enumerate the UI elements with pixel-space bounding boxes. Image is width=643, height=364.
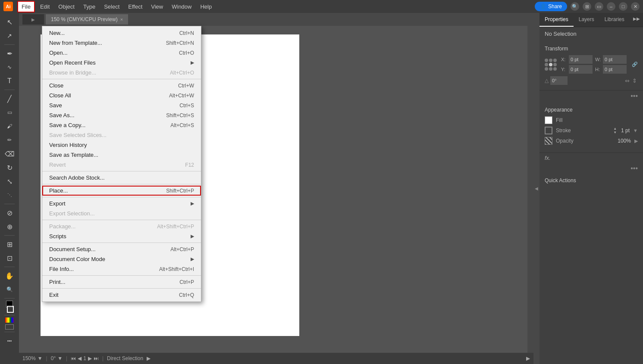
menu-item-version-history[interactable]: Version History [42, 140, 201, 150]
file-dropdown-menu: New...Ctrl+NNew from Template...Shift+Ct… [42, 26, 201, 302]
menu-separator-after-scripts [42, 243, 201, 243]
menu-file[interactable]: File [17, 1, 35, 12]
grid-view-icon[interactable]: ⊞ [583, 2, 591, 11]
app-logo: Ai [3, 2, 13, 11]
share-icon: 👤 [540, 3, 546, 9]
menu-item-package: Package...Alt+Shift+Ctrl+P [42, 221, 201, 231]
single-view-icon[interactable]: ▭ [595, 2, 603, 11]
menu-item-document-color-mode[interactable]: Document Color Mode▶ [42, 254, 201, 264]
menu-item-label-browse-bridge: Browse in Bridge... [49, 69, 161, 76]
menu-item-browse-bridge: Browse in Bridge...Alt+Ctrl+O [42, 68, 201, 78]
menu-item-shortcut-print: Ctrl+P [179, 279, 194, 285]
menu-item-label-save-a-copy: Save a Copy... [49, 122, 162, 128]
menu-item-shortcut-file-info: Alt+Shift+Ctrl+I [159, 266, 194, 272]
dropdown-overlay[interactable]: New...Ctrl+NNew from Template...Shift+Ct… [0, 13, 643, 364]
menu-item-label-file-info: File Info... [49, 266, 151, 272]
menu-item-save[interactable]: SaveCtrl+S [42, 100, 201, 110]
menu-item-shortcut-save: Ctrl+S [179, 103, 194, 109]
menu-effect[interactable]: Effect [125, 2, 146, 12]
menu-item-shortcut-package: Alt+Shift+Ctrl+P [157, 224, 194, 230]
menu-separator-after-browse-bridge [42, 79, 201, 79]
menu-item-label-document-color-mode: Document Color Mode [49, 256, 191, 262]
menu-item-close[interactable]: CloseCtrl+W [42, 81, 201, 90]
menu-item-label-revert: Revert [49, 162, 176, 168]
menu-item-label-save: Save [49, 102, 171, 109]
minimize-icon[interactable]: – [607, 2, 615, 11]
menu-item-export-selection: Export Selection... [42, 208, 201, 218]
menu-separator-after-file-info [42, 275, 201, 276]
menu-item-save-as-template[interactable]: Save as Template... [42, 150, 201, 160]
menu-item-shortcut-save-as: Shift+Ctrl+S [166, 112, 194, 118]
menu-item-arrow-scripts: ▶ [191, 233, 194, 239]
menu-item-close-all[interactable]: Close AllAlt+Ctrl+W [42, 90, 201, 100]
menu-item-shortcut-browse-bridge: Alt+Ctrl+O [170, 70, 194, 76]
menu-separator-after-print [42, 288, 201, 289]
menu-item-label-package: Package... [49, 223, 148, 230]
menu-separator-after-search-adobe-stock [42, 184, 201, 184]
menu-item-label-open-recent: Open Recent Files [49, 59, 191, 66]
menu-item-label-close: Close [49, 82, 169, 89]
menu-item-label-search-adobe-stock: Search Adobe Stock... [49, 174, 194, 181]
menu-item-label-save-as: Save As... [49, 112, 157, 118]
menu-item-place[interactable]: Place...Shift+Ctrl+P [42, 186, 201, 196]
menu-item-shortcut-close: Ctrl+W [178, 83, 194, 89]
menu-item-label-scripts: Scripts [49, 233, 191, 240]
menu-object[interactable]: Object [55, 2, 78, 12]
menu-item-save-as[interactable]: Save As...Shift+Ctrl+S [42, 110, 201, 120]
menu-item-shortcut-close-all: Alt+Ctrl+W [169, 93, 194, 99]
menu-item-search-adobe-stock[interactable]: Search Adobe Stock... [42, 173, 201, 183]
menu-item-exit[interactable]: ExitCtrl+Q [42, 290, 201, 300]
menu-item-export[interactable]: Export▶ [42, 199, 201, 208]
menu-item-shortcut-revert: F12 [185, 162, 194, 168]
menu-item-save-selected-slices: Save Selected Slices... [42, 130, 201, 140]
menu-item-label-save-as-template: Save as Template... [49, 152, 194, 158]
menu-bar: Ai File Edit Object Type Select Effect V… [0, 0, 643, 13]
menu-item-file-info[interactable]: File Info...Alt+Shift+Ctrl+I [42, 264, 201, 274]
menu-item-document-setup[interactable]: Document Setup...Alt+Ctrl+P [42, 244, 201, 254]
menu-item-save-a-copy[interactable]: Save a Copy...Alt+Ctrl+S [42, 120, 201, 130]
menu-item-shortcut-place: Shift+Ctrl+P [166, 188, 194, 194]
menu-separator-after-revert [42, 171, 201, 171]
menu-item-open-recent[interactable]: Open Recent Files▶ [42, 58, 201, 68]
menu-item-new-from-template[interactable]: New from Template...Shift+Ctrl+N [42, 38, 201, 48]
menu-item-scripts[interactable]: Scripts▶ [42, 231, 201, 241]
share-button[interactable]: 👤 Share [535, 2, 567, 11]
menu-item-label-save-selected-slices: Save Selected Slices... [49, 132, 194, 138]
menu-item-shortcut-open: Ctrl+O [179, 50, 194, 56]
menu-item-label-document-setup: Document Setup... [49, 246, 162, 252]
menu-item-label-close-all: Close All [49, 92, 160, 99]
menu-select[interactable]: Select [100, 2, 123, 12]
menu-item-arrow-document-color-mode: ▶ [191, 256, 194, 262]
menu-item-new[interactable]: New...Ctrl+N [42, 28, 201, 38]
menu-item-label-new: New... [49, 30, 171, 36]
menu-help[interactable]: Help [197, 2, 215, 12]
menu-window[interactable]: Window [168, 2, 195, 12]
maximize-icon[interactable]: □ [619, 2, 627, 11]
menu-item-revert: RevertF12 [42, 160, 201, 170]
menu-type[interactable]: Type [80, 2, 99, 12]
menu-item-shortcut-save-a-copy: Alt+Ctrl+S [170, 122, 194, 128]
menu-item-shortcut-new-from-template: Shift+Ctrl+N [166, 40, 194, 46]
menu-item-shortcut-new: Ctrl+N [179, 30, 194, 36]
menu-item-label-place: Place... [49, 187, 157, 194]
menu-view[interactable]: View [147, 2, 166, 12]
menu-item-shortcut-document-setup: Alt+Ctrl+P [170, 246, 194, 252]
close-icon[interactable]: ✕ [631, 2, 640, 11]
menu-item-label-export: Export [49, 200, 191, 207]
menu-separator-after-export-selection [42, 220, 201, 220]
menu-separator-after-place [42, 197, 201, 197]
menu-item-open[interactable]: Open...Ctrl+O [42, 48, 201, 58]
menu-item-label-print: Print... [49, 279, 171, 285]
menu-item-shortcut-exit: Ctrl+Q [179, 292, 194, 298]
menu-item-label-export-selection: Export Selection... [49, 210, 194, 217]
menu-item-label-new-from-template: New from Template... [49, 40, 157, 46]
menu-item-label-open: Open... [49, 50, 170, 56]
menu-item-arrow-export: ▶ [191, 201, 194, 206]
menu-item-arrow-open-recent: ▶ [191, 60, 194, 65]
menu-item-print[interactable]: Print...Ctrl+P [42, 277, 201, 287]
search-icon[interactable]: 🔍 [571, 2, 579, 11]
menu-item-label-exit: Exit [49, 292, 170, 298]
menu-item-label-version-history: Version History [49, 142, 194, 148]
menu-bar-right: 👤 Share 🔍 ⊞ ▭ – □ ✕ [535, 2, 640, 11]
menu-edit[interactable]: Edit [37, 2, 53, 12]
